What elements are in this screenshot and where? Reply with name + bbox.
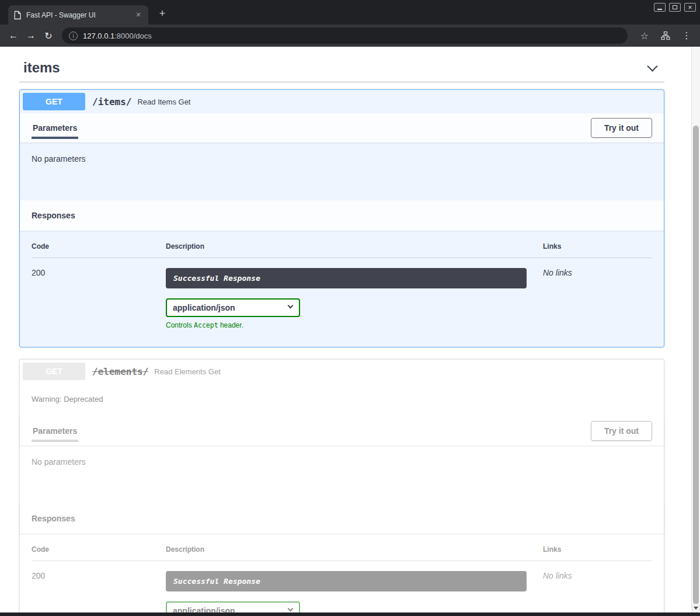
- operation-summary: Read Elements Get: [154, 367, 220, 376]
- tab-strip: ✕ Fast API - Swagger UI ✕ +: [0, 0, 700, 25]
- scrollbar-down-button[interactable]: [692, 604, 700, 612]
- description-column-header: Description: [166, 242, 543, 258]
- responses-label: Responses: [32, 204, 75, 227]
- url-text: 127.0.0.1:8000/docs: [83, 32, 152, 40]
- opblock-summary[interactable]: GET /items/ Read Items Get: [20, 90, 664, 113]
- parameters-header: Parameters Try it out: [20, 416, 664, 446]
- responses-body: Code Description Links 200 Successful Re…: [20, 231, 664, 347]
- back-icon[interactable]: ←: [5, 27, 22, 44]
- close-icon: ✕: [688, 5, 692, 11]
- media-type-select[interactable]: application/json: [166, 298, 300, 317]
- scrollbar-thumb[interactable]: [693, 126, 699, 604]
- opblock-get-elements-deprecated: GET /elements/ Read Elements Get Warning…: [19, 359, 664, 612]
- parameters-tab: Parameters: [32, 117, 78, 139]
- operation-path: /items/: [92, 96, 131, 107]
- response-code: 200: [32, 561, 166, 612]
- accept-header-note: Controls Accept header.: [166, 321, 543, 329]
- accept-code: Accept: [194, 321, 218, 329]
- response-description-cell: Successful Response application/json Con…: [166, 561, 543, 612]
- response-description-cell: Successful Response application/json Con…: [166, 258, 543, 329]
- responses-header: Responses: [20, 200, 664, 231]
- browser-menu-icon[interactable]: ⋮: [678, 27, 695, 44]
- response-links: No links: [543, 561, 652, 612]
- bookmark-star-icon[interactable]: ☆: [636, 27, 653, 44]
- browser-toolbar: ← → ↻ i 127.0.0.1:8000/docs ☆ ⋮: [0, 25, 700, 47]
- links-column-header: Links: [543, 242, 652, 258]
- collapse-chevron-icon[interactable]: [647, 61, 657, 71]
- deprecated-warning: Warning: Deprecated: [20, 383, 664, 416]
- address-bar[interactable]: i 127.0.0.1:8000/docs: [62, 27, 628, 44]
- url-host: 127.0.0.1: [83, 32, 114, 40]
- minimize-icon: [657, 9, 662, 10]
- window-close-button[interactable]: ✕: [684, 3, 696, 12]
- window-minimize-button[interactable]: [654, 3, 666, 12]
- url-path: :8000/docs: [114, 32, 152, 40]
- try-it-out-button[interactable]: Try it out: [591, 118, 652, 138]
- media-type-select-wrap: application/json: [166, 298, 300, 317]
- tag-section-header[interactable]: items: [19, 53, 664, 82]
- operation-path: /elements/: [92, 366, 148, 377]
- links-column-header: Links: [543, 545, 652, 561]
- method-badge: GET: [23, 93, 85, 110]
- page-favicon-icon: [13, 11, 22, 20]
- responses-table: Code Description Links 200 Successful Re…: [32, 242, 652, 329]
- media-type-row: application/json Controls Accept header.: [166, 601, 543, 612]
- code-column-header: Code: [32, 242, 166, 258]
- new-tab-button[interactable]: +: [155, 6, 169, 20]
- reload-icon[interactable]: ↻: [40, 27, 57, 44]
- response-code: 200: [32, 258, 166, 329]
- method-badge: GET: [23, 363, 85, 380]
- response-description: Successful Response: [166, 571, 527, 591]
- swagger-wrapper: items GET /items/ Read Items Get Paramet…: [0, 47, 700, 612]
- media-type-select[interactable]: application/json: [166, 601, 300, 612]
- accept-note-prefix: Controls: [166, 321, 192, 329]
- forward-icon[interactable]: →: [22, 27, 40, 44]
- opblock-summary[interactable]: GET /elements/ Read Elements Get: [20, 360, 664, 383]
- response-links: No links: [543, 258, 652, 329]
- arrow-down-icon: [694, 607, 698, 610]
- responses-table: Code Description Links 200 Successful Re…: [32, 545, 652, 612]
- no-parameters-text: No parameters: [32, 154, 86, 163]
- tag-title: items: [23, 60, 60, 76]
- tab-close-icon[interactable]: ✕: [134, 11, 143, 20]
- description-column-header: Description: [166, 545, 543, 561]
- tab-title: Fast API - Swagger UI: [26, 11, 129, 19]
- parameters-body: No parameters: [20, 142, 664, 200]
- page-scrollbar[interactable]: [691, 47, 700, 612]
- browser-tab[interactable]: Fast API - Swagger UI ✕: [8, 5, 148, 25]
- no-parameters-text: No parameters: [32, 457, 86, 467]
- maximize-icon: [673, 5, 677, 9]
- parameters-header: Parameters Try it out: [20, 113, 664, 142]
- page-content: items GET /items/ Read Items Get Paramet…: [0, 47, 700, 612]
- operation-summary: Read Items Get: [137, 97, 190, 106]
- opblock-get-items: GET /items/ Read Items Get Parameters Tr…: [19, 89, 664, 347]
- response-description: Successful Response: [166, 268, 527, 288]
- try-it-out-button[interactable]: Try it out: [591, 421, 652, 441]
- site-info-icon[interactable]: i: [69, 32, 78, 40]
- window-maximize-button[interactable]: [669, 3, 681, 12]
- sitemap-icon-glyph: [661, 31, 670, 40]
- accept-note-suffix: header.: [220, 321, 243, 329]
- sitemap-icon[interactable]: [657, 27, 674, 44]
- code-column-header: Code: [32, 545, 166, 561]
- parameters-tab: Parameters: [32, 420, 78, 442]
- section-divider: [19, 82, 664, 82]
- responses-body: Code Description Links 200 Successful Re…: [20, 534, 664, 612]
- window-controls: ✕: [654, 3, 696, 12]
- responses-label: Responses: [32, 507, 75, 530]
- parameters-body: No parameters: [20, 446, 664, 503]
- responses-header: Responses: [20, 503, 664, 534]
- media-type-select-wrap: application/json: [166, 601, 300, 612]
- media-type-row: application/json Controls Accept header.: [166, 298, 543, 329]
